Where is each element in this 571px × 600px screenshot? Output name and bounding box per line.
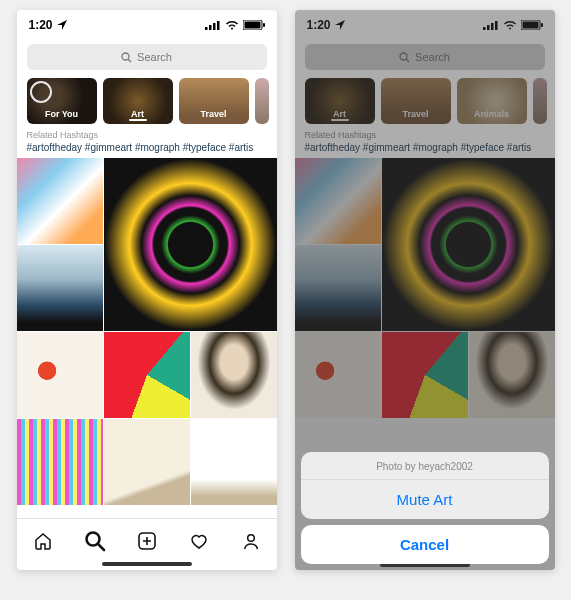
related-hashtags-label: Related Hashtags [295,130,555,142]
svg-rect-16 [487,25,490,30]
search-icon [84,530,106,552]
action-mute[interactable]: Mute Art [301,480,549,519]
battery-icon [243,20,265,30]
related-hashtags-label: Related Hashtags [17,130,277,142]
category-label: For You [45,109,78,119]
tab-bar [17,518,277,562]
category-art[interactable]: Art [103,78,173,124]
category-row[interactable]: Art Travel Animals [295,78,555,130]
grid-tile[interactable] [469,332,555,418]
svg-line-8 [128,59,131,62]
svg-line-23 [406,59,409,62]
search-placeholder: Search [415,51,450,63]
search-input[interactable]: Search [27,44,267,70]
svg-point-22 [400,53,407,60]
grid-tile[interactable] [191,332,277,418]
action-sheet-group: Photo by heyach2002 Mute Art [301,452,549,519]
status-bar: 1:20 [295,10,555,40]
category-more-peek[interactable] [255,78,269,124]
add-post-icon [137,531,157,551]
action-cancel[interactable]: Cancel [301,525,549,564]
category-art[interactable]: Art [305,78,375,124]
grid-tile[interactable] [104,332,190,418]
location-icon [335,20,345,30]
action-sheet-header: Photo by heyach2002 [301,452,549,480]
grid-tile[interactable] [191,419,277,505]
svg-rect-1 [209,25,212,30]
grid-tile-featured[interactable] [104,158,277,331]
category-row[interactable]: For You Art Travel [17,78,277,130]
svg-rect-0 [205,27,208,30]
status-time: 1:20 [29,18,53,32]
category-travel[interactable]: Travel [179,78,249,124]
hashtag-row[interactable]: #artoftheday #gimmeart #mograph #typefac… [295,142,555,158]
category-animals[interactable]: Animals [457,78,527,124]
svg-rect-15 [483,27,486,30]
grid-tile[interactable] [17,332,103,418]
heart-icon [189,531,209,551]
category-label: Travel [402,109,428,119]
svg-point-14 [247,534,254,541]
grid-tile[interactable] [382,332,468,418]
wifi-icon [503,20,517,30]
status-bar: 1:20 [17,10,277,40]
grid-tile-featured[interactable] [382,158,555,331]
grid-tile[interactable] [17,245,103,331]
explore-screen: 1:20 Search For You Art Travel Related H… [17,10,277,570]
grid-tile[interactable] [295,245,381,331]
category-label: Art [131,109,144,119]
action-sheet: Photo by heyach2002 Mute Art Cancel [301,452,549,564]
cellular-icon [483,20,499,30]
profile-icon [241,531,261,551]
tab-add[interactable] [130,524,164,558]
search-placeholder: Search [137,51,172,63]
svg-line-10 [98,544,104,550]
search-input[interactable]: Search [305,44,545,70]
location-icon [57,20,67,30]
svg-rect-3 [217,21,220,30]
category-label: Travel [200,109,226,119]
category-for-you[interactable]: For You [27,78,97,124]
home-indicator[interactable] [102,562,192,566]
hashtag-row[interactable]: #artoftheday #gimmeart #mograph #typefac… [17,142,277,158]
svg-rect-5 [244,22,260,29]
category-travel[interactable]: Travel [381,78,451,124]
explore-grid[interactable] [17,158,277,518]
category-label: Animals [474,109,509,119]
status-time: 1:20 [307,18,331,32]
svg-rect-6 [263,23,265,27]
grid-tile[interactable] [17,158,103,244]
svg-rect-2 [213,23,216,30]
active-underline [331,119,349,121]
svg-rect-21 [541,23,543,27]
search-icon [121,52,132,63]
battery-icon [521,20,543,30]
explore-screen-actionsheet: 1:20 Search Art Travel Animals Related H… [295,10,555,570]
grid-tile[interactable] [17,419,103,505]
svg-rect-18 [495,21,498,30]
svg-rect-17 [491,23,494,30]
story-ring-icon [30,81,52,103]
cellular-icon [205,20,221,30]
wifi-icon [225,20,239,30]
category-more-peek[interactable] [533,78,547,124]
active-underline [129,119,147,121]
tab-profile[interactable] [234,524,268,558]
home-icon [33,531,53,551]
grid-tile[interactable] [104,419,190,505]
category-label: Art [333,109,346,119]
grid-tile[interactable] [295,332,381,418]
tab-home[interactable] [26,524,60,558]
search-icon [399,52,410,63]
svg-rect-20 [522,22,538,29]
tab-search[interactable] [78,524,112,558]
grid-tile[interactable] [295,158,381,244]
svg-point-7 [122,53,129,60]
tab-activity[interactable] [182,524,216,558]
